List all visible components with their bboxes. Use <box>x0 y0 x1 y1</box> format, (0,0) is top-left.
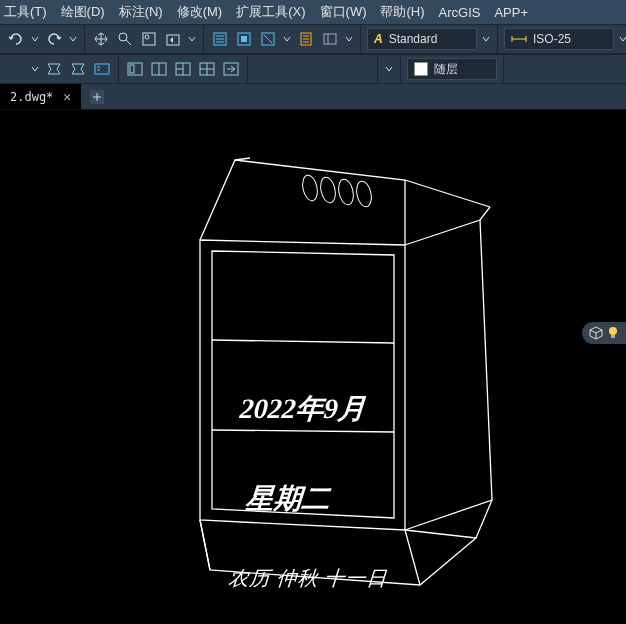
layer-freeze-button[interactable] <box>44 59 64 79</box>
dimension-icon <box>511 33 527 45</box>
side-palette-tab[interactable] <box>582 322 626 344</box>
svg-rect-13 <box>130 65 134 73</box>
panel-dropdown[interactable] <box>282 29 292 49</box>
viewport-1-button[interactable] <box>125 59 145 79</box>
text-style-label: Standard <box>389 32 438 46</box>
layer-lock-button[interactable] <box>68 59 88 79</box>
color-bylayer-selector[interactable]: 随层 <box>407 58 497 80</box>
svg-rect-1 <box>143 33 155 45</box>
zoom-window-button[interactable] <box>139 29 159 49</box>
new-tab-button[interactable] <box>81 84 113 109</box>
doc-tab-label: 2.dwg* <box>10 90 53 104</box>
layer-state-dropdown[interactable] <box>30 59 40 79</box>
undo-dropdown[interactable] <box>30 29 40 49</box>
svg-rect-9 <box>324 34 336 44</box>
calendar-month-text: 2022年9月 <box>239 390 368 428</box>
layer-iso-button[interactable] <box>234 29 254 49</box>
color-swatch-icon <box>414 62 428 76</box>
svg-point-22 <box>354 180 373 208</box>
menu-window[interactable]: 窗口(W) <box>320 3 367 21</box>
viewport-2-button[interactable] <box>149 59 169 79</box>
calendar-weekday-text: 星期二 <box>245 480 332 518</box>
menu-annotate[interactable]: 标注(N) <box>119 3 163 21</box>
svg-point-21 <box>336 178 355 206</box>
close-icon[interactable]: ✕ <box>63 89 71 104</box>
plus-icon <box>89 89 105 105</box>
cube-icon <box>589 326 603 340</box>
layer-on-button[interactable] <box>92 59 112 79</box>
calendar-lunar-text: 农历 仲秋 十一日 <box>227 565 388 592</box>
cad-drawing <box>0 110 626 624</box>
viewport-4-button[interactable] <box>197 59 217 79</box>
layer-props-button[interactable] <box>210 29 230 49</box>
properties-button[interactable] <box>296 29 316 49</box>
quick-toolbar: A Standard ISO-25 <box>0 24 626 54</box>
text-style-selector[interactable]: A Standard <box>367 28 477 50</box>
drawing-canvas[interactable]: 2022年9月 星期二 农历 仲秋 十一日 <box>0 110 626 624</box>
svg-point-23 <box>609 327 617 335</box>
properties-toolbar: 随层 <box>0 54 626 84</box>
svg-point-2 <box>145 35 149 39</box>
dim-style-dropdown[interactable] <box>618 29 626 49</box>
svg-point-20 <box>318 176 337 204</box>
color-dropdown-indicator[interactable] <box>384 59 394 79</box>
menu-appplus[interactable]: APP+ <box>494 5 528 20</box>
viewport-3-button[interactable] <box>173 59 193 79</box>
svg-point-19 <box>300 174 319 202</box>
color-bylayer-label: 随层 <box>434 61 458 78</box>
svg-point-0 <box>119 33 127 41</box>
design-center-button[interactable] <box>320 29 340 49</box>
menu-arcgis[interactable]: ArcGIS <box>439 5 481 20</box>
layer-off-button[interactable] <box>258 29 278 49</box>
doc-tab-active[interactable]: 2.dwg* ✕ <box>0 84 81 109</box>
menu-draw[interactable]: 绘图(D) <box>61 3 105 21</box>
menu-help[interactable]: 帮助(H) <box>380 3 424 21</box>
menu-bar: 工具(T) 绘图(D) 标注(N) 修改(M) 扩展工具(X) 窗口(W) 帮助… <box>0 0 626 24</box>
redo-dropdown[interactable] <box>68 29 78 49</box>
menu-ext[interactable]: 扩展工具(X) <box>236 3 305 21</box>
menu-tools[interactable]: 工具(T) <box>4 3 47 21</box>
svg-rect-11 <box>95 64 109 74</box>
bulb-icon <box>607 326 619 340</box>
dim-style-label: ISO-25 <box>533 32 571 46</box>
svg-rect-6 <box>241 36 247 42</box>
palette-dropdown[interactable] <box>344 29 354 49</box>
zoom-realtime-button[interactable] <box>115 29 135 49</box>
document-tab-bar: 2.dwg* ✕ <box>0 84 626 110</box>
text-style-dropdown[interactable] <box>481 29 491 49</box>
svg-rect-24 <box>611 335 615 338</box>
zoom-previous-button[interactable] <box>163 29 183 49</box>
viewport-join-button[interactable] <box>221 59 241 79</box>
redo-button[interactable] <box>44 29 64 49</box>
pan-button[interactable] <box>91 29 111 49</box>
menu-modify[interactable]: 修改(M) <box>177 3 223 21</box>
dim-style-selector[interactable]: ISO-25 <box>504 28 614 50</box>
zoom-dropdown[interactable] <box>187 29 197 49</box>
undo-button[interactable] <box>6 29 26 49</box>
